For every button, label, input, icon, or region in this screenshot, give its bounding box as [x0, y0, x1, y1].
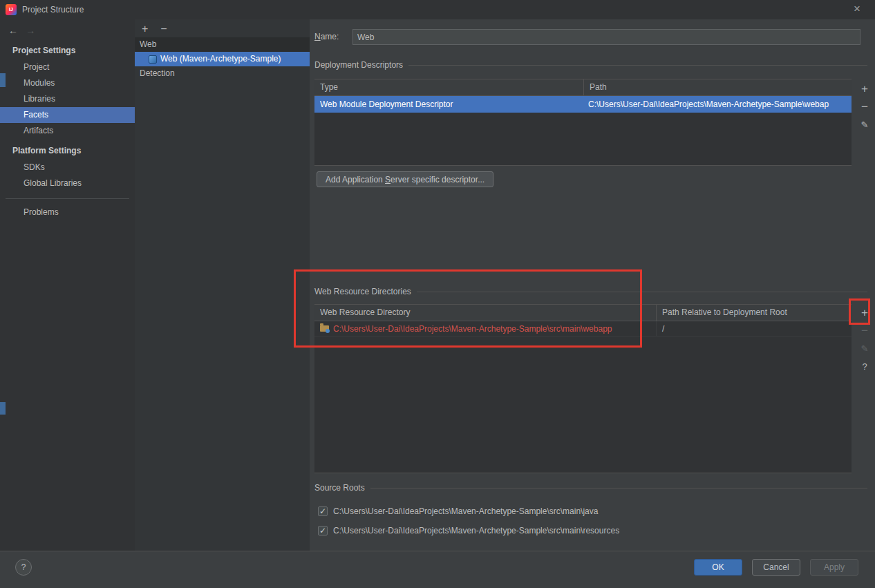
sidebar-item-global-libraries[interactable]: Global Libraries — [0, 176, 135, 191]
facet-node-web-selected[interactable]: Web (Maven-Archetype-Sample) — [135, 52, 310, 66]
sidebar-item-modules[interactable]: Modules — [0, 75, 135, 91]
add-descriptor-icon[interactable]: + — [856, 80, 874, 98]
deployment-descriptors-table: Type Path Web Module Deployment Descript… — [314, 79, 852, 166]
column-header-path: Path — [584, 79, 852, 95]
sidebar-item-project[interactable]: Project — [0, 59, 135, 75]
section-rule — [417, 292, 867, 292]
deployment-table-toolbar: + − ✎ — [856, 80, 874, 134]
forward-icon: → — [26, 25, 41, 36]
path-relative-cell: / — [657, 324, 852, 334]
help-icon[interactable]: ? — [15, 559, 32, 576]
facet-editor-panel: Name: Deployment Descriptors Type Path W… — [310, 19, 875, 551]
cancel-button[interactable]: Cancel — [752, 559, 800, 576]
platform-settings-header: Platform Settings — [0, 139, 135, 160]
facet-name-input[interactable] — [352, 29, 860, 45]
source-root-row-resources: ✓ C:\Users\User-Dai\IdeaProjects\Maven-A… — [318, 524, 619, 538]
edge-artifact-top — [0, 73, 6, 87]
back-icon[interactable]: ← — [8, 25, 23, 36]
web-resource-table-toolbar: + − ✎ ? — [856, 304, 874, 376]
edge-artifact-bottom — [0, 402, 6, 415]
facet-node-label: Web (Maven-Archetype-Sample) — [160, 52, 281, 66]
web-facet-icon — [149, 55, 157, 64]
settings-sidebar: ← → Project Settings Project Modules Lib… — [0, 19, 135, 551]
sidebar-item-artifacts[interactable]: Artifacts — [0, 123, 135, 139]
dialog-footer: ? OK Cancel Apply — [0, 551, 875, 588]
deployment-descriptor-row[interactable]: Web Module Deployment Descriptor C:\User… — [314, 96, 852, 113]
column-header-web-resource-directory: Web Resource Directory — [314, 305, 657, 321]
facet-tree-toolbar: + − — [135, 19, 310, 37]
descriptor-type-cell: Web Module Deployment Descriptor — [314, 99, 584, 109]
facet-group-web[interactable]: Web — [135, 37, 310, 52]
column-header-type: Type — [314, 79, 584, 95]
edit-descriptor-icon[interactable]: ✎ — [856, 116, 874, 134]
add-app-server-descriptor-button[interactable]: Add Application Server specific descript… — [317, 171, 493, 187]
deployment-descriptors-section-title: Deployment Descriptors — [314, 59, 867, 70]
source-roots-section-title: Source Roots — [314, 482, 867, 493]
remove-descriptor-icon[interactable]: − — [856, 98, 874, 116]
history-nav: ← → — [0, 19, 135, 39]
add-facet-icon[interactable]: + — [142, 23, 158, 35]
source-root-row-java: ✓ C:\Users\User-Dai\IdeaProjects\Maven-A… — [318, 504, 598, 518]
project-structure-dialog: IJ Project Structure × ← → Project Setti… — [0, 0, 875, 588]
source-root-checkbox-resources[interactable]: ✓ — [318, 526, 328, 535]
web-resource-directories-table: Web Resource Directory Path Relative to … — [314, 304, 852, 473]
deployment-table-header: Type Path — [314, 79, 852, 96]
add-web-resource-icon[interactable]: + — [856, 304, 874, 322]
remove-web-resource-icon[interactable]: − — [856, 322, 874, 340]
web-resource-directories-section-title: Web Resource Directories — [314, 286, 867, 297]
sidebar-item-facets[interactable]: Facets — [0, 107, 135, 123]
source-root-checkbox-java[interactable]: ✓ — [318, 506, 328, 516]
apply-button[interactable]: Apply — [810, 559, 858, 576]
section-rule — [370, 488, 867, 489]
web-resource-dir-path: C:\Users\User-Dai\IdeaProjects\Maven-Arc… — [333, 324, 612, 334]
edit-web-resource-icon[interactable]: ✎ — [856, 340, 874, 358]
sidebar-divider — [6, 198, 129, 199]
project-settings-header: Project Settings — [0, 39, 135, 59]
footer-buttons: OK Cancel Apply — [694, 559, 858, 576]
dialog-title: Project Structure — [22, 0, 84, 19]
web-folder-icon — [320, 325, 329, 332]
descriptor-path-cell: C:\Users\User-Dai\IdeaProjects\Maven-Arc… — [584, 99, 852, 109]
web-resource-help-icon[interactable]: ? — [856, 358, 874, 376]
sidebar-item-sdks[interactable]: SDKs — [0, 160, 135, 176]
web-resource-dir-cell: C:\Users\User-Dai\IdeaProjects\Maven-Arc… — [314, 321, 657, 336]
titlebar: IJ Project Structure × — [0, 0, 875, 19]
close-icon[interactable]: × — [849, 0, 865, 19]
remove-facet-icon[interactable]: − — [160, 23, 177, 35]
intellij-logo: IJ — [6, 4, 17, 15]
name-label: Name: — [314, 32, 339, 41]
web-resource-directory-row[interactable]: C:\Users\User-Dai\IdeaProjects\Maven-Arc… — [314, 321, 852, 336]
column-header-path-relative: Path Relative to Deployment Root — [657, 305, 852, 321]
facet-node-detection[interactable]: Detection — [135, 66, 310, 81]
section-rule — [408, 65, 867, 66]
ok-button[interactable]: OK — [694, 559, 742, 576]
sidebar-item-libraries[interactable]: Libraries — [0, 91, 135, 107]
source-root-path-java: C:\Users\User-Dai\IdeaProjects\Maven-Arc… — [333, 506, 598, 516]
facet-tree-panel: + − Web Web (Maven-Archetype-Sample) Det… — [135, 19, 310, 551]
sidebar-item-problems[interactable]: Problems — [0, 205, 135, 220]
web-resource-table-header: Web Resource Directory Path Relative to … — [314, 305, 852, 321]
source-root-path-resources: C:\Users\User-Dai\IdeaProjects\Maven-Arc… — [333, 526, 619, 535]
